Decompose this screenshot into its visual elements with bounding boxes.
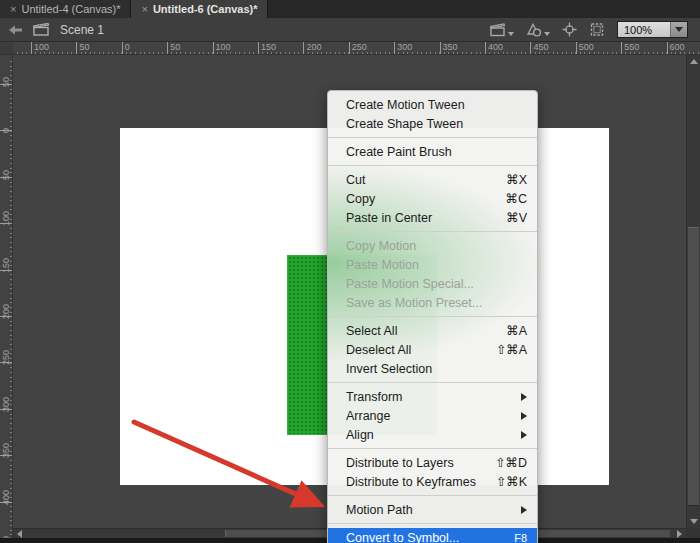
scroll-up-button[interactable] <box>687 59 700 64</box>
menu-item-label: Copy <box>346 192 493 206</box>
menu-separator <box>328 137 537 138</box>
ruler-tick-label: 200 <box>0 316 13 317</box>
ruler-tick-label: 100 <box>31 42 49 55</box>
menu-separator <box>328 448 537 449</box>
menu-item-label: Select All <box>346 324 494 338</box>
menu-item-align[interactable]: Align <box>328 425 537 444</box>
menu-item-copy[interactable]: Copy⌘C <box>328 189 537 208</box>
scroll-right-button[interactable] <box>677 529 682 538</box>
ruler-tick-label: 150 <box>258 42 276 55</box>
menu-item-label: Align <box>346 428 509 442</box>
menu-item-distribute-to-keyframes[interactable]: Distribute to Keyframes⇧⌘K <box>328 472 537 491</box>
menu-separator <box>328 231 537 232</box>
menu-item-label: Transform <box>346 390 509 404</box>
ruler-tick-label: 450 <box>530 42 548 55</box>
menu-item-label: Motion Path <box>346 503 509 517</box>
menu-item-label: Create Paint Brush <box>346 145 527 159</box>
ruler-tick-label: 100 <box>213 42 231 55</box>
vertical-scrollbar[interactable] <box>686 55 700 528</box>
zoom-level-value[interactable]: 100% <box>618 22 670 37</box>
menu-item-cut[interactable]: Cut⌘X <box>328 170 537 189</box>
menu-item-paste-motion: Paste Motion <box>328 255 537 274</box>
scroll-down-button[interactable] <box>687 519 700 524</box>
vertical-ruler: 50050100150200250300350400450 <box>0 55 13 538</box>
menu-separator <box>328 523 537 524</box>
zoom-level-dropdown[interactable]: 100% <box>617 21 688 38</box>
submenu-arrow-icon <box>521 412 527 420</box>
chevron-down-icon <box>508 32 514 36</box>
horizontal-ruler: 1005005010015020025030035040045050055060… <box>13 42 700 55</box>
ruler-tick-label: 0 <box>122 42 130 55</box>
edit-scene-button[interactable] <box>490 23 514 37</box>
ruler-tick-label: 300 <box>394 42 412 55</box>
menu-item-transform[interactable]: Transform <box>328 387 537 406</box>
menu-item-label: Paste Motion Special... <box>346 277 527 291</box>
vertical-scroll-thumb[interactable] <box>688 227 699 506</box>
menu-item-label: Create Motion Tween <box>346 98 527 112</box>
menu-item-label: Paste Motion <box>346 258 527 272</box>
ruler-tick-label: 50 <box>0 84 13 85</box>
zoom-dropdown-button[interactable] <box>670 22 687 37</box>
ruler-tick-label: 200 <box>303 42 321 55</box>
menu-item-create-paint-brush[interactable]: Create Paint Brush <box>328 142 537 161</box>
close-icon[interactable]: × <box>141 3 147 15</box>
center-frame-icon[interactable] <box>562 22 577 37</box>
ruler-tick-label: 150 <box>0 270 13 271</box>
edit-symbols-button[interactable] <box>526 23 550 37</box>
ruler-tick-label: 50 <box>76 42 89 55</box>
submenu-arrow-icon <box>521 431 527 439</box>
document-tab-1[interactable]: ×Untitled-4 (Canvas)* <box>0 0 131 18</box>
chevron-down-icon <box>544 32 550 36</box>
edit-bar: Scene 1 <box>0 18 700 42</box>
menu-separator <box>328 165 537 166</box>
menu-item-shortcut: ⌘V <box>506 210 527 225</box>
ruler-tick-label: 0 <box>0 130 13 131</box>
ruler-tick-label: 400 <box>0 502 13 503</box>
menu-item-distribute-to-layers[interactable]: Distribute to Layers⇧⌘D <box>328 453 537 472</box>
menu-item-label: Save as Motion Preset... <box>346 296 527 310</box>
ruler-tick-label: 500 <box>576 42 594 55</box>
menu-item-shortcut: ⇧⌘K <box>496 474 527 489</box>
menu-item-deselect-all[interactable]: Deselect All⇧⌘A <box>328 340 537 359</box>
clip-content-bounds-icon[interactable] <box>589 22 605 37</box>
scene-breadcrumb[interactable]: Scene 1 <box>60 23 104 37</box>
ruler-tick-label: 350 <box>440 42 458 55</box>
document-tab-2[interactable]: ×Untitled-6 (Canvas)* <box>131 0 268 18</box>
scroll-left-button[interactable] <box>17 529 22 538</box>
menu-item-copy-motion: Copy Motion <box>328 236 537 255</box>
menu-item-label: Deselect All <box>346 343 484 357</box>
menu-item-select-all[interactable]: Select All⌘A <box>328 321 537 340</box>
back-arrow-icon[interactable] <box>8 24 23 36</box>
scene-clapboard-icon <box>33 23 50 36</box>
menu-item-shortcut: ⌘C <box>505 191 527 206</box>
chevron-down-icon <box>675 27 683 32</box>
ruler-tick-label: 50 <box>0 177 13 178</box>
menu-item-label: Convert to Symbol... <box>346 531 502 543</box>
ruler-tick-label: 100 <box>0 223 13 224</box>
menu-separator <box>328 495 537 496</box>
scrollbar-corner <box>686 528 700 538</box>
menu-separator <box>328 382 537 383</box>
close-icon[interactable]: × <box>10 3 16 15</box>
menu-item-label: Paste in Center <box>346 211 494 225</box>
menu-item-label: Create Shape Tween <box>346 117 527 131</box>
menu-item-invert-selection[interactable]: Invert Selection <box>328 359 537 378</box>
menu-item-motion-path[interactable]: Motion Path <box>328 500 537 519</box>
ruler-corner <box>0 42 13 55</box>
submenu-arrow-icon <box>521 506 527 514</box>
menu-item-paste-in-center[interactable]: Paste in Center⌘V <box>328 208 537 227</box>
menu-item-label: Arrange <box>346 409 509 423</box>
menu-item-label: Cut <box>346 173 494 187</box>
menu-item-arrange[interactable]: Arrange <box>328 406 537 425</box>
menu-item-save-as-motion-preset: Save as Motion Preset... <box>328 293 537 312</box>
menu-item-convert-to-symbol[interactable]: Convert to Symbol...F8 <box>328 528 537 543</box>
menu-item-label: Copy Motion <box>346 239 527 253</box>
document-tab-bar: ×Untitled-4 (Canvas)*×Untitled-6 (Canvas… <box>0 0 700 18</box>
menu-item-shortcut: ⌘X <box>506 172 527 187</box>
tab-label: Untitled-4 (Canvas)* <box>21 3 120 15</box>
menu-item-shortcut: ⇧⌘D <box>495 455 527 470</box>
menu-item-create-motion-tween[interactable]: Create Motion Tween <box>328 95 537 114</box>
menu-separator <box>328 316 537 317</box>
menu-item-create-shape-tween[interactable]: Create Shape Tween <box>328 114 537 133</box>
ruler-tick-label: 600 <box>667 42 685 55</box>
